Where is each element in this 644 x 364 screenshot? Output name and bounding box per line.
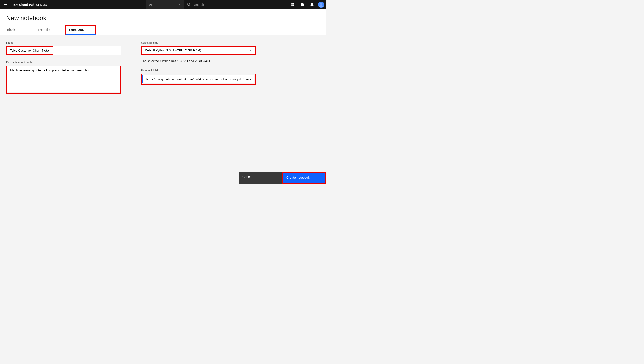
url-group: Notebook URL [141, 69, 256, 85]
avatar-icon [318, 2, 324, 8]
svg-rect-5 [293, 5, 294, 6]
notifications-icon-button[interactable] [307, 0, 317, 9]
svg-point-0 [188, 3, 190, 5]
create-notebook-button[interactable]: Create notebook [283, 172, 325, 183]
product-title: IBM Cloud Pak for Data [12, 3, 47, 7]
tab-blank[interactable]: Blank [4, 25, 34, 35]
header-icons [288, 0, 326, 9]
document-icon [300, 3, 304, 7]
app-header: IBM Cloud Pak for Data All [0, 0, 326, 9]
tab-from-file[interactable]: From file [34, 25, 65, 35]
runtime-group: Select runtime Default Python 3.6 (1 vCP… [141, 41, 256, 63]
cancel-button[interactable]: Cancel [239, 172, 282, 184]
footer-actions: Cancel Create notebook [239, 172, 326, 184]
dropdown-label: All [149, 3, 152, 6]
search-icon [187, 3, 191, 7]
hamburger-icon [4, 4, 7, 6]
runtime-helper: The selected runtime has 1 vCPU and 2 GB… [141, 59, 256, 63]
category-dropdown[interactable]: All [146, 0, 184, 9]
form-area: Name Description (optional) Select runti… [0, 35, 326, 106]
chevron-down-icon [249, 50, 252, 51]
svg-rect-2 [292, 3, 293, 4]
user-avatar[interactable] [317, 0, 326, 9]
apps-icon [291, 3, 295, 7]
name-input[interactable] [7, 47, 52, 54]
svg-point-7 [320, 3, 322, 5]
url-label: Notebook URL [141, 69, 256, 72]
description-group: Description (optional) [6, 61, 121, 94]
svg-rect-4 [292, 5, 293, 6]
search-input[interactable] [194, 3, 261, 7]
svg-line-1 [190, 5, 191, 6]
notebook-url-input[interactable] [143, 75, 254, 83]
page-title: New notebook [0, 9, 326, 25]
apps-icon-button[interactable] [288, 0, 298, 9]
tab-from-url[interactable]: From URL [65, 25, 96, 35]
name-group: Name [6, 41, 121, 55]
search-area [184, 0, 288, 9]
document-icon-button[interactable] [298, 0, 307, 9]
runtime-label: Select runtime [141, 41, 256, 44]
bell-icon [310, 3, 314, 7]
menu-button[interactable] [0, 0, 11, 9]
svg-rect-3 [293, 3, 294, 4]
chevron-down-icon [177, 4, 180, 6]
runtime-selected-value: Default Python 3.6 (1 vCPU, 2 GB RAM) [145, 49, 201, 52]
runtime-select[interactable]: Default Python 3.6 (1 vCPU, 2 GB RAM) [142, 47, 255, 54]
name-label: Name [6, 41, 121, 44]
form-column-right: Select runtime Default Python 3.6 (1 vCP… [141, 41, 256, 99]
description-input[interactable] [7, 66, 120, 92]
description-label: Description (optional) [6, 61, 121, 64]
tabs: Blank From file From URL [0, 25, 326, 35]
form-column-left: Name Description (optional) [6, 41, 121, 99]
